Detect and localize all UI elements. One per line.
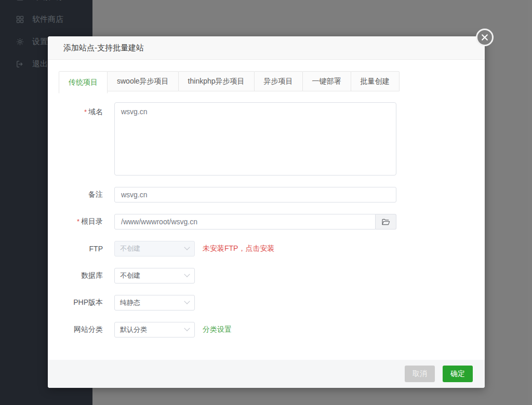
note-row: 备注 xyxy=(59,187,474,203)
php-version-label: PHP版本 xyxy=(59,298,103,307)
site-category-select-value: 默认分类 xyxy=(120,325,147,334)
ftp-select[interactable]: 不创建 xyxy=(114,241,195,256)
category-settings-link[interactable]: 分类设置 xyxy=(203,325,232,334)
ftp-install-warning-link[interactable]: 未安装FTP，点击安装 xyxy=(203,244,274,253)
chevron-down-icon xyxy=(184,326,190,331)
modal-footer: 取消 确定 xyxy=(48,360,485,388)
site-category-select[interactable]: 默认分类 xyxy=(114,322,195,338)
modal-header: 添加站点-支持批量建站 xyxy=(48,36,485,60)
modal-body: 传统项目 swoole异步项目 thinkphp异步项目 异步项目 一键部署 批… xyxy=(48,71,485,338)
required-marker: * xyxy=(77,218,79,225)
database-select-value: 不创建 xyxy=(120,271,140,280)
tab-swoole-async-project[interactable]: swoole异步项目 xyxy=(107,71,179,91)
domain-label: *域名 xyxy=(59,102,103,117)
note-input[interactable] xyxy=(114,187,396,203)
domain-row: *域名 wsvg.cn xyxy=(59,102,474,176)
note-label: 备注 xyxy=(59,190,103,199)
chevron-down-icon xyxy=(184,272,190,277)
root-dir-input-group xyxy=(114,214,396,230)
ftp-row: FTP 不创建 未安装FTP，点击安装 xyxy=(59,241,474,256)
modal-close-button[interactable] xyxy=(476,29,494,46)
project-type-tabs: 传统项目 swoole异步项目 thinkphp异步项目 异步项目 一键部署 批… xyxy=(59,71,474,93)
folder-icon xyxy=(381,218,390,226)
chevron-down-icon xyxy=(184,245,190,250)
root-dir-label: *根目录 xyxy=(59,217,103,226)
site-category-row: 网站分类 默认分类 分类设置 xyxy=(59,322,474,338)
site-category-label: 网站分类 xyxy=(59,325,103,334)
add-site-modal: 添加站点-支持批量建站 传统项目 swoole异步项目 thinkphp异步项目… xyxy=(48,36,485,388)
add-site-form: *域名 wsvg.cn 备注 *根目录 xyxy=(59,102,474,338)
tab-batch-create[interactable]: 批量创建 xyxy=(351,71,400,91)
php-version-select[interactable]: 纯静态 xyxy=(114,295,195,310)
php-version-select-value: 纯静态 xyxy=(120,298,140,307)
modal-title: 添加站点-支持批量建站 xyxy=(63,43,144,53)
domain-textarea[interactable]: wsvg.cn xyxy=(114,102,396,176)
browse-directory-button[interactable] xyxy=(376,214,396,230)
database-row: 数据库 不创建 xyxy=(59,268,474,284)
database-select[interactable]: 不创建 xyxy=(114,268,195,284)
confirm-button[interactable]: 确定 xyxy=(443,366,473,382)
tab-async-project[interactable]: 异步项目 xyxy=(254,71,303,91)
close-icon xyxy=(481,34,488,41)
tab-one-click-deploy[interactable]: 一键部署 xyxy=(302,71,351,91)
tab-traditional-project[interactable]: 传统项目 xyxy=(59,71,108,93)
root-dir-input[interactable] xyxy=(114,214,376,230)
ftp-select-value: 不创建 xyxy=(120,244,140,253)
root-dir-row: *根目录 xyxy=(59,214,474,230)
chevron-down-icon xyxy=(184,299,190,304)
screen: 计划任务 软件商店 设置 退出 xyxy=(0,0,532,405)
cancel-button[interactable]: 取消 xyxy=(405,366,435,382)
tab-thinkphp-async-project[interactable]: thinkphp异步项目 xyxy=(178,71,255,91)
php-version-row: PHP版本 纯静态 xyxy=(59,295,474,310)
ftp-label: FTP xyxy=(59,245,103,253)
required-marker: * xyxy=(84,108,87,116)
database-label: 数据库 xyxy=(59,271,103,280)
